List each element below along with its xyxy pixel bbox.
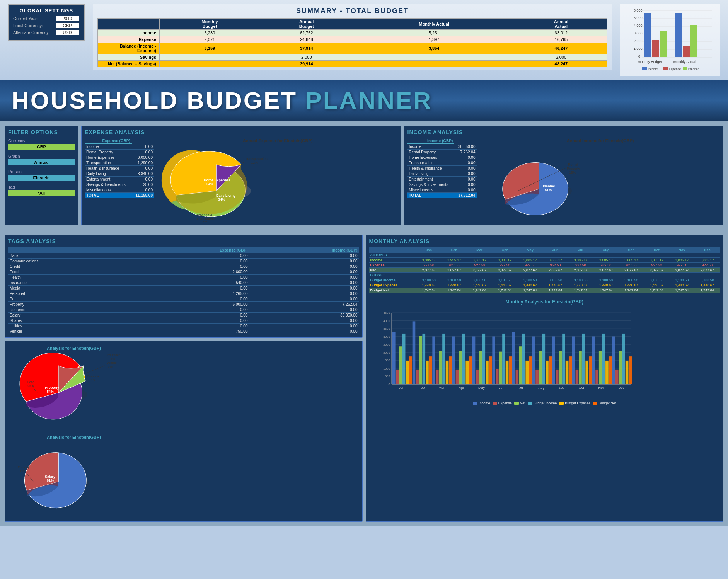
current-year-label: Current Year: xyxy=(13,16,56,21)
svg-text:Jan: Jan xyxy=(399,386,404,390)
graph-filter: Graph Annual xyxy=(8,154,75,165)
expense-row: Expense 2,07124,8481,39716,765 xyxy=(98,36,607,43)
graph-filter-value[interactable]: Annual xyxy=(8,159,75,165)
svg-rect-76 xyxy=(422,334,425,384)
svg-rect-94 xyxy=(472,336,475,384)
svg-rect-119 xyxy=(546,361,549,384)
svg-text:12%: 12% xyxy=(251,161,258,165)
person-filter: Person Einstein xyxy=(8,169,75,181)
svg-rect-116 xyxy=(535,370,539,384)
svg-text:Jul: Jul xyxy=(519,386,524,390)
actual-income-row: Income3,305.173,955.173,005.173,005.173,… xyxy=(369,258,720,263)
tags-col-label xyxy=(8,247,130,253)
income-analysis-title: INCOME ANALYSIS xyxy=(407,129,720,135)
svg-text:Property: Property xyxy=(45,386,59,390)
svg-rect-84 xyxy=(445,361,448,384)
svg-text:Nov: Nov xyxy=(598,386,605,390)
currency-filter-value[interactable]: GBP xyxy=(8,144,75,150)
tags-table-row: Salary0.0030,350.00 xyxy=(8,313,359,318)
tags-table-row: Credit0.000.00 xyxy=(8,264,359,269)
tag-filter: Tag *All xyxy=(8,185,75,196)
svg-rect-123 xyxy=(555,370,558,384)
tags-table-row: Property6,000.007,262.04 xyxy=(8,302,359,307)
svg-rect-82 xyxy=(439,351,442,384)
monthly-analysis-panel: MONTHLY ANALYSIS JanFebMar AprMayJun Jul… xyxy=(366,235,724,522)
svg-text:54%: 54% xyxy=(206,182,213,186)
legend-budget-expense: Budget Expense xyxy=(559,401,590,405)
summary-chart-svg: 6,000 5,000 4,000 3,000 2,000 1,000 0 xyxy=(623,7,716,73)
tag-filter-value[interactable]: *All xyxy=(8,190,75,196)
svg-text:Income: Income xyxy=(543,184,555,188)
svg-rect-85 xyxy=(449,356,452,384)
svg-rect-106 xyxy=(509,356,512,384)
currency-filter-label: Currency xyxy=(8,138,75,143)
tags-table-row: Personal1,265.000.00 xyxy=(8,291,359,296)
summary-section: SUMMARY - TOTAL BUDGET MonthlyBudget Ann… xyxy=(93,4,612,70)
filter-options-panel: FILTER OPTIONS Currency GBP Graph Annual… xyxy=(5,126,78,225)
tags-table-row: Utilities0.000.00 xyxy=(8,324,359,329)
svg-text:Rental: Rental xyxy=(568,163,578,167)
income-analysis-table: Income (GBP) Income30,350.00 Rental Prop… xyxy=(407,138,477,198)
svg-rect-66 xyxy=(392,332,396,384)
graph-filter-label: Graph xyxy=(8,154,75,158)
tags-table-row: Retirement0.000.00 xyxy=(8,307,359,313)
svg-rect-138 xyxy=(598,351,602,384)
tags-table-row: Bank0.000.00 xyxy=(8,253,359,259)
svg-text:Income: Income xyxy=(648,67,658,71)
svg-rect-26 xyxy=(683,67,687,70)
svg-text:Jun: Jun xyxy=(498,386,504,390)
budget-expense-row: Budget Expense1,440.671,440.671,440.671,… xyxy=(369,283,720,288)
svg-rect-99 xyxy=(489,356,492,384)
svg-text:1000: 1000 xyxy=(383,367,390,370)
svg-text:Property: Property xyxy=(18,465,29,469)
actuals-header: ACTUALS xyxy=(369,253,720,258)
alt-currency-value: USD xyxy=(56,30,79,35)
svg-rect-70 xyxy=(406,361,409,384)
local-currency-label: Local Currency: xyxy=(13,23,56,28)
svg-text:2500: 2500 xyxy=(383,343,390,346)
svg-text:81%: 81% xyxy=(545,188,552,192)
global-settings-panel: GLOBAL SETTINGS Current Year: 2010 Local… xyxy=(8,4,85,41)
income-table-area: Income (GBP) Income30,350.00 Rental Prop… xyxy=(407,138,477,222)
svg-text:Transportation: Transportation xyxy=(245,157,268,161)
svg-rect-147 xyxy=(625,361,628,384)
svg-rect-88 xyxy=(455,370,459,384)
person-filter-value[interactable]: Einstein xyxy=(8,175,75,181)
svg-rect-22 xyxy=(642,67,647,70)
svg-text:0: 0 xyxy=(388,383,390,386)
income-row: Income 5,23062,7625,25163,012 xyxy=(98,30,607,36)
svg-rect-89 xyxy=(459,351,462,384)
svg-rect-80 xyxy=(432,336,435,384)
tags-table-row: Vehicle750.000.00 xyxy=(8,329,359,334)
svg-text:3500: 3500 xyxy=(383,327,390,330)
svg-text:Sep: Sep xyxy=(558,386,564,390)
tags-table-row: Health0.000.00 xyxy=(8,275,359,280)
expense-chart-area: Annual Expense for Einstein(GBP) xyxy=(158,138,397,222)
svg-text:6,000: 6,000 xyxy=(634,9,643,12)
svg-rect-103 xyxy=(499,352,502,384)
budget-income-row: Budget Income3,188.503,188.503,188.503,1… xyxy=(369,278,720,283)
tags-chart-panel: Analysis for Einstein(GBP) Property 54% … xyxy=(5,341,363,522)
svg-text:0: 0 xyxy=(638,54,640,58)
svg-rect-24 xyxy=(663,67,668,70)
svg-text:19%: 19% xyxy=(20,469,26,473)
svg-text:Mar: Mar xyxy=(438,386,445,390)
svg-rect-91 xyxy=(465,361,469,384)
svg-rect-144 xyxy=(615,370,618,384)
tags-table-row: Media0.000.00 xyxy=(8,286,359,291)
svg-text:Savings &: Savings & xyxy=(197,213,213,217)
monthly-col-label xyxy=(369,247,416,253)
expense-analysis-inner: Expense (GBP) Income0.00 Rental Property… xyxy=(85,138,397,222)
svg-text:3000: 3000 xyxy=(383,335,390,339)
svg-rect-110 xyxy=(519,346,522,384)
expense-analysis-title: EXPENSE ANALYSIS xyxy=(85,129,397,135)
tags-analysis-title: TAGS ANALYSIS xyxy=(8,238,359,244)
svg-rect-131 xyxy=(579,351,582,384)
svg-text:Oct: Oct xyxy=(578,386,584,390)
svg-rect-90 xyxy=(462,334,465,384)
svg-rect-143 xyxy=(612,336,615,384)
tags-pie1-svg: Analysis for Einstein(GBP) Property 54% … xyxy=(8,344,140,429)
svg-text:2000: 2000 xyxy=(383,351,390,354)
svg-rect-102 xyxy=(495,369,498,384)
svg-rect-111 xyxy=(522,334,525,384)
